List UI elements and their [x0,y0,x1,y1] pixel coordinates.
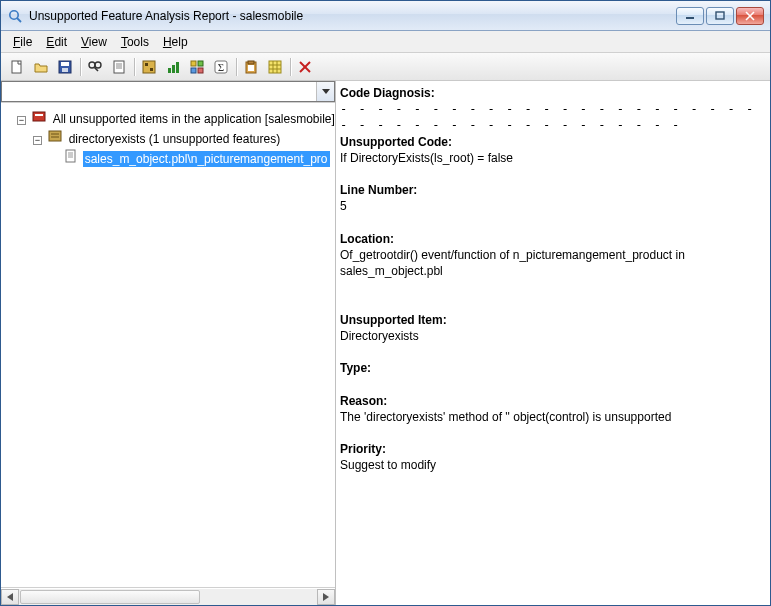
close-button[interactable] [736,7,764,25]
svg-rect-21 [172,65,175,73]
menu-file[interactable]: File [7,33,38,51]
tree-root[interactable]: All unsupported items in the application… [51,111,335,127]
title-bar: Unsupported Feature Analysis Report - sa… [1,1,770,31]
maximize-button[interactable] [706,7,734,25]
svg-point-10 [89,62,95,68]
svg-rect-9 [62,68,68,72]
grid-icon[interactable] [263,56,287,78]
svg-marker-39 [322,89,330,94]
menu-edit[interactable]: Edit [40,33,73,51]
svg-rect-20 [168,68,171,73]
matrix-icon[interactable] [185,56,209,78]
unsupported-item-value: Directoryexists [340,328,766,344]
delete-icon[interactable] [293,56,317,78]
unsupported-item-label: Unsupported Item: [340,312,766,328]
location-value: Of_getrootdir() event/function of n_pict… [340,247,766,279]
svg-rect-31 [248,65,254,71]
svg-text:Σ: Σ [218,61,224,73]
scroll-thumb[interactable] [20,590,200,604]
svg-rect-45 [66,150,75,162]
app-icon [7,8,23,24]
svg-rect-18 [145,63,148,66]
svg-rect-30 [248,61,254,64]
minimize-button[interactable] [676,7,704,25]
svg-rect-8 [61,62,69,66]
tree-node-directoryexists[interactable]: directoryexists (1 unsupported features) [67,131,282,147]
code-diagnosis-label: Code Diagnosis: [340,85,766,101]
application-icon [31,108,47,124]
svg-marker-49 [7,593,13,601]
svg-rect-19 [150,68,153,71]
filter-combobox[interactable] [1,81,335,102]
toolbar: Σ [1,53,770,81]
divider-dashes: - - - - - - - - - - - - - - - - - - - - … [340,101,766,133]
line-number-value: 5 [340,198,766,214]
left-pane: − All unsupported items in the applicati… [1,81,336,605]
new-icon[interactable] [5,56,29,78]
svg-rect-25 [191,68,196,73]
scroll-right-icon[interactable] [317,589,335,605]
location-label: Location: [340,231,766,247]
svg-point-0 [10,10,18,18]
svg-rect-42 [49,131,61,141]
menu-help[interactable]: Help [157,33,194,51]
expander-icon[interactable]: − [33,136,42,145]
scroll-left-icon[interactable] [1,589,19,605]
svg-rect-40 [33,112,45,121]
svg-rect-32 [269,61,281,73]
reason-value: The 'directoryexists' method of '' objec… [340,409,766,425]
svg-rect-6 [12,61,21,73]
svg-rect-23 [191,61,196,66]
svg-point-12 [95,62,101,68]
sigma-icon[interactable]: Σ [209,56,233,78]
detail-pane: Code Diagnosis: - - - - - - - - - - - - … [336,81,770,605]
window-buttons [676,7,764,25]
tree-leaf-selected[interactable]: sales_m_object.pbl\n_picturemangement_pr… [83,151,330,167]
scroll-track[interactable] [19,589,317,605]
expander-icon[interactable]: − [17,116,26,125]
window-title: Unsupported Feature Analysis Report - sa… [29,9,676,23]
menu-tools[interactable]: Tools [115,33,155,51]
open-icon[interactable] [29,56,53,78]
type-label: Type: [340,360,766,376]
svg-rect-24 [198,61,203,66]
svg-rect-17 [143,61,155,73]
svg-rect-13 [114,61,124,73]
analyze-icon[interactable] [137,56,161,78]
svg-rect-41 [35,114,43,116]
priority-value: Suggest to modify [340,457,766,473]
report-icon[interactable] [107,56,131,78]
tree-view[interactable]: − All unsupported items in the applicati… [1,103,335,587]
chart-icon[interactable] [161,56,185,78]
unsupported-code-label: Unsupported Code: [340,134,766,150]
main-area: − All unsupported items in the applicati… [1,81,770,605]
menu-view[interactable]: View [75,33,113,51]
svg-rect-26 [198,68,203,73]
priority-label: Priority: [340,441,766,457]
save-icon[interactable] [53,56,77,78]
dropdown-arrow-icon[interactable] [316,82,334,101]
unsupported-code-value: If DirectoryExists(ls_root) = false [340,150,766,166]
horizontal-scrollbar[interactable] [1,587,335,605]
clipboard-icon[interactable] [239,56,263,78]
svg-marker-50 [323,593,329,601]
feature-icon [47,128,63,144]
svg-rect-3 [716,12,724,19]
file-icon [63,148,79,164]
reason-label: Reason: [340,393,766,409]
svg-rect-22 [176,62,179,73]
svg-line-1 [17,18,21,22]
line-number-label: Line Number: [340,182,766,198]
menu-bar: File Edit View Tools Help [1,31,770,53]
find-icon[interactable] [83,56,107,78]
